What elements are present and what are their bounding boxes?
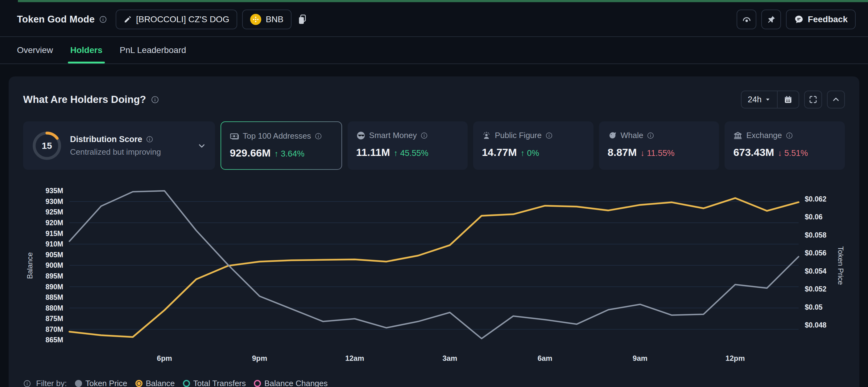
left-axis-tick: 885M <box>45 293 63 301</box>
left-axis-tick: 920M <box>45 219 63 227</box>
filter-balance-changes[interactable]: Balance Changes <box>254 379 328 387</box>
distribution-score-card[interactable]: 15 Distribution Score Centralized but im… <box>23 121 215 170</box>
info-icon[interactable] <box>146 136 153 143</box>
collapse-button[interactable] <box>827 91 845 108</box>
smart-money-icon <box>356 131 366 140</box>
token-name: [BROCCOLI] CZ'S DOG <box>136 14 229 24</box>
stat-change: ↑ 3.64% <box>274 149 305 159</box>
chevron-up-icon <box>831 95 841 104</box>
x-axis-tick: 12am <box>345 354 364 362</box>
balance-marker-icon <box>135 380 143 387</box>
x-axis-tick: 6am <box>538 354 553 362</box>
feedback-button[interactable]: Feedback <box>786 9 856 29</box>
header: Token God Mode [BROCCOLI] CZ'S DOG BNB F… <box>0 2 868 37</box>
left-axis-tick: 910M <box>45 240 63 248</box>
card-header: What Are Holders Doing? 24h <box>23 91 845 108</box>
stat-value: 673.43M <box>733 146 774 159</box>
right-axis-tick: $0.05 <box>805 303 823 311</box>
public-figure-icon <box>482 131 491 140</box>
left-axis-tick: 890M <box>45 283 63 291</box>
pin-button[interactable] <box>761 9 781 29</box>
bnb-logo-icon <box>250 14 261 25</box>
copy-icon <box>298 14 307 25</box>
token-price-marker-icon <box>75 380 82 387</box>
stat-card-top-100-addresses[interactable]: Top 100 Addresses 929.66M ↑ 3.64% <box>221 121 342 170</box>
left-axis-tick: 870M <box>45 325 63 333</box>
filter-by-label: Filter by: <box>36 379 67 387</box>
stat-value: 11.11M <box>356 146 390 159</box>
info-icon[interactable] <box>421 132 428 139</box>
filter-label: Token Price <box>86 379 127 387</box>
filter-token-price[interactable]: Token Price <box>75 379 127 387</box>
caret-down-icon <box>765 97 771 103</box>
stat-card-smart-money[interactable]: Smart Money 11.11M ↑ 45.55% <box>348 121 468 170</box>
tab-pnl-leaderboard[interactable]: PnL Leaderboard <box>120 37 186 64</box>
token-selector[interactable]: [BROCCOLI] CZ'S DOG <box>116 9 238 29</box>
stat-label: Public Figure <box>495 131 541 140</box>
chain-name: BNB <box>266 14 283 24</box>
right-axis-tick: $0.052 <box>805 285 826 293</box>
filter-total-transfers[interactable]: Total Transfers <box>183 379 246 387</box>
timeframe-group: 24h <box>741 91 799 108</box>
x-axis-tick: 12pm <box>725 354 745 362</box>
filter-label: Total Transfers <box>193 379 246 387</box>
filter-label: Balance Changes <box>265 379 328 387</box>
whale-icon <box>608 131 617 140</box>
stat-label: Top 100 Addresses <box>243 131 311 141</box>
info-icon[interactable] <box>545 132 553 139</box>
exchange-icon <box>733 131 742 140</box>
info-icon[interactable] <box>315 133 322 140</box>
x-axis-tick: 6pm <box>157 354 172 362</box>
right-axis-title: Token Price <box>837 246 845 285</box>
filter-balance[interactable]: Balance <box>135 379 175 387</box>
left-axis-title: Balance <box>26 252 34 279</box>
stat-label: Smart Money <box>369 131 417 140</box>
stat-cards-row: 15 Distribution Score Centralized but im… <box>23 121 845 170</box>
pin-icon <box>767 15 776 24</box>
info-icon[interactable] <box>151 96 159 104</box>
info-icon[interactable] <box>786 132 793 139</box>
score-value: 15 <box>32 131 62 161</box>
chain-selector[interactable]: BNB <box>242 9 291 29</box>
stat-value: 8.87M <box>608 146 637 159</box>
progress-bar <box>18 0 868 2</box>
copy-address-button[interactable] <box>298 14 307 25</box>
right-axis-tick: $0.054 <box>805 267 827 275</box>
left-axis-tick: 925M <box>45 208 63 216</box>
fullscreen-button[interactable] <box>804 91 822 108</box>
holders-activity-card: What Are Holders Doing? 24h <box>9 76 859 387</box>
left-axis-tick: 900M <box>45 261 63 269</box>
tab-overview[interactable]: Overview <box>17 37 53 64</box>
info-icon[interactable] <box>99 15 107 24</box>
right-axis-tick: $0.048 <box>805 321 827 329</box>
stat-change: ↓ 5.51% <box>778 148 808 158</box>
info-icon[interactable] <box>647 132 654 139</box>
timeframe-value: 24h <box>748 95 762 104</box>
stat-value: 14.77M <box>482 146 517 159</box>
x-axis-tick: 9pm <box>252 354 267 362</box>
stat-card-public-figure[interactable]: Public Figure 14.77M ↑ 0% <box>473 121 593 170</box>
calendar-button[interactable] <box>778 91 799 108</box>
left-axis-tick: 935M <box>45 187 63 195</box>
right-axis-tick: $0.062 <box>805 195 826 203</box>
stat-card-whale[interactable]: Whale 8.87M ↓ 11.55% <box>599 121 719 170</box>
info-icon[interactable] <box>23 380 31 387</box>
tab-holders[interactable]: Holders <box>70 37 102 64</box>
pencil-icon <box>124 15 132 24</box>
page-title: Token God Mode <box>17 14 95 25</box>
banknote-icon <box>230 132 239 141</box>
watch-button[interactable] <box>737 9 756 29</box>
holders-chart: 935M930M925M920M915M910M905M900M895M890M… <box>23 179 845 365</box>
stat-change: ↑ 45.55% <box>394 148 429 158</box>
timeframe-dropdown[interactable]: 24h <box>742 91 777 108</box>
page-top-accent-bar <box>0 0 868 2</box>
left-axis-tick: 915M <box>45 230 63 238</box>
balance-price-chart[interactable]: 935M930M925M920M915M910M905M900M895M890M… <box>23 179 845 364</box>
chart-filter-legend: Filter by: Token Price Balance Total Tra… <box>23 379 845 387</box>
stat-card-exchange[interactable]: Exchange 673.43M ↓ 5.51% <box>724 121 845 170</box>
stat-label: Whale <box>621 131 644 140</box>
x-axis-tick: 3am <box>442 354 457 362</box>
fullscreen-icon <box>808 95 818 104</box>
stat-change: ↓ 11.55% <box>640 148 675 158</box>
balance-changes-marker-icon <box>254 380 261 387</box>
